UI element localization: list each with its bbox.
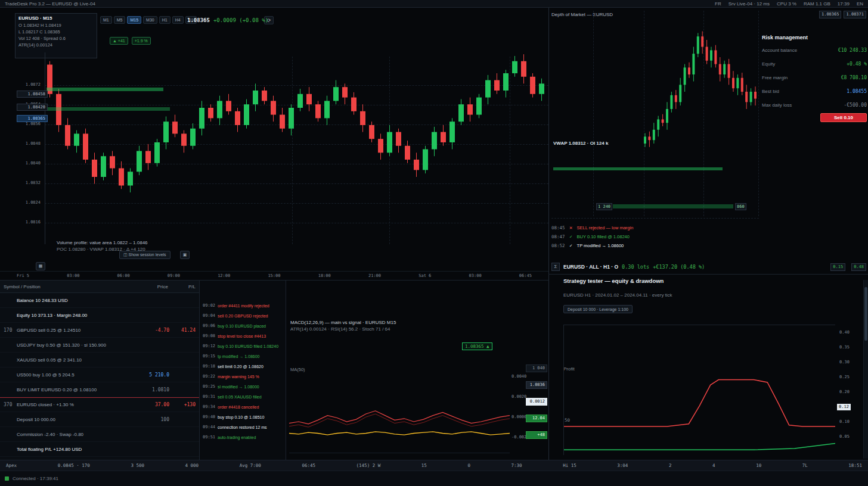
- scrollbar-thumb[interactable]: [864, 287, 867, 341]
- row-price: 5 210.0: [143, 372, 169, 378]
- journal-panel: 09:02order #4411 modify rejected09:04sel…: [200, 280, 286, 460]
- symbol-info-panel[interactable]: EURUSD · M15 O 1.08342 H 1.08419L 1.0821…: [15, 13, 97, 58]
- table-row[interactable]: 370EURUSD closed · +1.30 %37.00+130: [0, 397, 199, 412]
- journal-entry: 09:44connection restored 12 ms: [203, 422, 283, 432]
- price-label: 1.0840: [12, 161, 41, 166]
- row-pl: 41.24: [169, 328, 196, 333]
- status-item: 0.0845 · 170: [58, 463, 90, 468]
- panel-divider: [286, 280, 548, 281]
- table-row[interactable]: Commission -2.40 · Swap -0.80: [0, 427, 199, 442]
- journal-text: buy 0.10 EURUSD filled 1.08240: [218, 341, 278, 351]
- row-label: GBPUSD sell 0.25 @ 1.24510: [17, 328, 143, 333]
- v-gridline: [593, 11, 594, 216]
- table-row[interactable]: 170GBPUSD sell 0.25 @ 1.24510-4.7041.24: [0, 323, 199, 338]
- price-label: 1.0856: [12, 122, 41, 126]
- topbar-item: FR: [715, 1, 721, 7]
- quote-line: 1.08365 +0.0009 (+0.08 %): [187, 17, 268, 23]
- event-status-icon: ✕: [568, 226, 574, 230]
- main-candlestick-chart[interactable]: [45, 52, 548, 242]
- tester-settings-chip[interactable]: Deposit 10 000 · Leverage 1:100: [563, 305, 633, 313]
- sigma-icon: Σ: [551, 263, 560, 271]
- timeframe-button-m1[interactable]: M1: [100, 16, 112, 24]
- journal-entry: 09:25sl modified → 1.08000: [203, 382, 283, 392]
- session-levels-button[interactable]: ◫ Show session levels: [119, 251, 170, 259]
- risk-label: Account balance: [762, 48, 797, 53]
- journal-time: 09:15: [203, 351, 215, 362]
- connection-status-icon: [5, 476, 9, 481]
- positions-panel: Symbol / PositionPriceP/L Balance 10 248…: [0, 280, 200, 460]
- price-tag: 1.08365: [17, 115, 48, 122]
- indicator-line-chart[interactable]: [289, 375, 510, 453]
- risk-row: Account balance€10 248.33: [762, 48, 867, 53]
- journal-entry: 09:12buy 0.10 EURUSD filled 1.08240: [203, 341, 283, 351]
- indicator-header: MACD(12,26,9) — main vs signal · EURUSD …: [290, 319, 396, 332]
- summary-text: EURUSD · ALL · H1 · O: [563, 264, 618, 270]
- topbar-item: EN: [857, 1, 863, 7]
- risk-label: Best bid: [762, 89, 779, 94]
- depth-bar: [613, 204, 733, 208]
- table-row[interactable]: Deposit 10 000.00100: [0, 412, 199, 427]
- event-text: TP modified → 1.08600: [577, 243, 624, 248]
- dom-panel-header: Depth of Market — EURUSD 1.083651.08371: [551, 11, 866, 18]
- table-row[interactable]: Equity 10 373.13 · Margin 248.00: [0, 308, 199, 323]
- timeframe-button-m30[interactable]: M30: [143, 16, 157, 24]
- journal-entry: 09:22margin warning 145 %: [203, 372, 283, 382]
- topbar-item: 17:39: [838, 1, 850, 7]
- table-row[interactable]: XAUUSD sell 0.05 @ 2 341.10: [0, 353, 199, 367]
- symbol-line: Vol 12 408 · Spread 0.6: [18, 35, 94, 42]
- price-label: 1.0848: [12, 141, 41, 146]
- journal-text: margin warning 145 %: [218, 372, 259, 382]
- equity-curve-chart[interactable]: [563, 325, 835, 455]
- row-label: USDJPY buy 0.50 @ 151.320 · sl 150.900: [17, 342, 143, 348]
- status-item: Avg 7:00: [240, 463, 261, 468]
- journal-entry: 09:51auto-trading enabled: [203, 432, 283, 443]
- sell-button[interactable]: Sell 0.10: [820, 113, 867, 122]
- dom-candlestick-chart[interactable]: [643, 19, 760, 208]
- connection-status-text: Connected · 17:39:41: [13, 476, 58, 481]
- depth-left-value: 1 240: [596, 203, 612, 210]
- price-label: 1.0816: [12, 220, 41, 225]
- journal-time: 09:02: [203, 301, 215, 311]
- table-row[interactable]: BUY LIMIT EURUSD 0.20 @ 1.081001.0810: [0, 382, 199, 397]
- status-item: 2: [669, 463, 672, 468]
- journal-text: order #4411 modify rejected: [218, 301, 269, 311]
- quote-badge: +1.9 %: [132, 37, 151, 45]
- time-label: 18:00: [318, 273, 331, 278]
- journal-time: 09:40: [203, 412, 215, 422]
- indicator-tag: 12.04: [526, 415, 547, 422]
- status-item: 06:45: [302, 463, 315, 468]
- topbar-item: CPU 3 %: [777, 1, 796, 7]
- timeframe-button-h1[interactable]: H1: [159, 16, 170, 24]
- journal-time: 09:06: [203, 321, 215, 331]
- table-row[interactable]: USDJPY buy 0.50 @ 151.320 · sl 150.900: [0, 338, 199, 353]
- journal-entry: 09:40buy stop 0.10 @ 1.08510: [203, 412, 283, 422]
- chart-mode-icon[interactable]: ▦: [36, 262, 45, 270]
- indicator-tag: +48: [526, 431, 547, 439]
- row-label: Total floating P/L +124.80 USD: [17, 447, 143, 452]
- price-tag: 1.08458: [17, 91, 48, 98]
- top-menu-bar: TradeDesk Pro 3.2 — EURUSD @ Live-04 FRS…: [0, 0, 868, 8]
- time-label: 15:00: [268, 273, 280, 278]
- row-price: 37.00: [143, 402, 169, 407]
- table-row[interactable]: Balance 10 248.33 USD: [0, 293, 199, 308]
- ma-label: MA(50): [290, 367, 305, 372]
- scrollbar[interactable]: [863, 280, 868, 459]
- row-label: Balance 10 248.33 USD: [17, 298, 143, 303]
- status-item: 4 000: [185, 463, 199, 468]
- row-label: Deposit 10 000.00: [17, 417, 143, 422]
- summary-tag: 0.15: [830, 263, 845, 271]
- timeframe-button-m15[interactable]: M15: [127, 16, 141, 24]
- timeframe-button-m5[interactable]: M5: [114, 16, 126, 24]
- price-tag: 1.08420: [17, 104, 48, 111]
- summary-tag: 0.48: [851, 263, 866, 271]
- journal-text: order #4418 cancelled: [218, 402, 259, 412]
- connection-bar: Connected · 17:39:41: [0, 471, 868, 486]
- timeframe-button-h4[interactable]: H4: [172, 16, 184, 24]
- journal-entry: 09:06buy 0.10 EURUSD placed: [203, 321, 283, 331]
- time-label: 03:00: [67, 273, 79, 278]
- summary-row[interactable]: ΣEURUSD · ALL · H1 · O0.30 lots+€137.20 …: [551, 262, 866, 272]
- grid-toggle-button[interactable]: ▣: [180, 251, 190, 259]
- table-row[interactable]: US500 buy 1.00 @ 5 204.55 210.0: [0, 367, 199, 382]
- time-label: Sat 6: [418, 273, 431, 278]
- table-row[interactable]: Total floating P/L +124.80 USD: [0, 442, 199, 457]
